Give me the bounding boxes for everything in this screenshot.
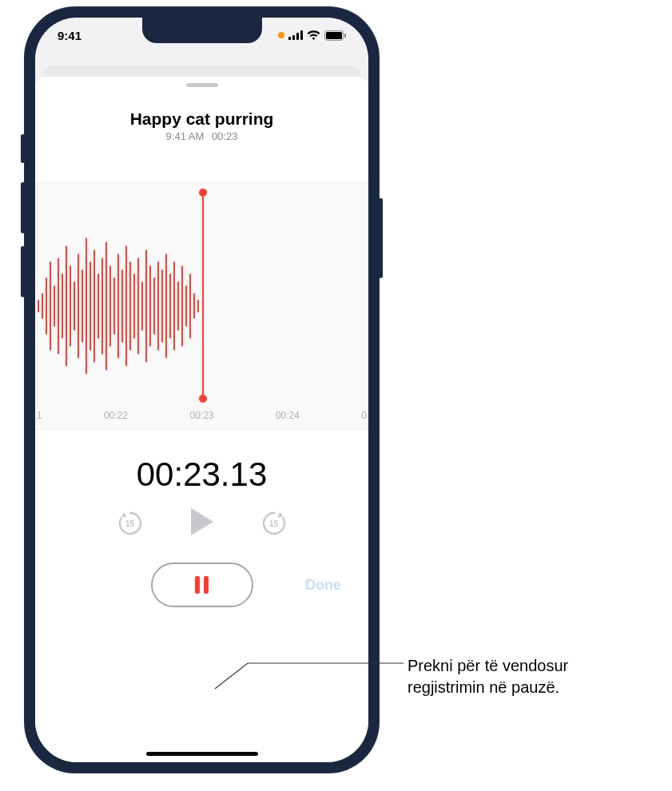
done-button[interactable]: Done [305,577,341,594]
svg-rect-1 [292,35,295,40]
skip-forward-button[interactable]: 15 [259,508,289,539]
recording-subtitle: 9:41 AM 00:23 [35,130,368,142]
callout-line1: Prekni për të vendosur [408,655,647,677]
cellular-icon [288,30,303,40]
callout-line2: regjistrimin në pauzë. [408,677,647,698]
svg-rect-2 [296,33,299,40]
svg-rect-5 [326,32,342,39]
transport-controls: 15 15 [35,507,368,540]
skip-back-button[interactable]: 15 [115,508,145,539]
svg-rect-3 [300,30,303,40]
volume-down-button [21,246,25,297]
skip-back-seconds: 15 [125,519,134,528]
status-time: 9:41 [58,29,82,42]
time-tick: 1 [37,410,42,421]
screen: 9:41 [35,18,368,762]
svg-rect-0 [288,37,291,40]
recording-indicator-icon [278,32,284,38]
side-power-button [379,198,383,278]
elapsed-time: 00:23.13 [35,455,368,494]
pause-icon [195,576,209,594]
svg-rect-6 [344,34,346,38]
recording-title[interactable]: Happy cat purring [35,109,368,129]
play-button[interactable] [189,507,216,540]
play-icon [189,507,216,537]
volume-up-button [21,182,25,233]
wifi-icon [307,30,320,40]
pause-button[interactable] [151,562,253,607]
phone-frame: 9:41 [24,6,380,773]
status-icons [278,30,346,41]
duration: 00:23 [212,130,238,142]
title-area: Happy cat purring 9:41 AM 00:23 [35,109,368,142]
battery-icon [324,30,346,41]
mute-switch [21,134,25,163]
time-tick: 00:22 [104,410,128,421]
playhead[interactable] [202,193,204,399]
time-ticks: 1 00:22 00:23 00:24 0 [35,410,368,421]
bottom-controls: Done [35,562,368,607]
notch [142,18,262,43]
callout-text: Prekni për të vendosur regjistrimin në p… [408,655,647,698]
creation-time: 9:41 AM [166,130,205,142]
skip-forward-seconds: 15 [269,519,278,528]
home-indicator[interactable] [146,752,258,756]
time-tick: 0 [361,410,367,421]
sheet-grabber[interactable] [186,83,218,87]
time-tick: 00:23 [189,410,213,421]
recording-sheet: Happy cat purring 9:41 AM 00:23 [35,77,368,762]
waveform-area[interactable]: 1 00:22 00:23 00:24 0 [35,182,368,430]
time-tick: 00:24 [276,410,300,421]
